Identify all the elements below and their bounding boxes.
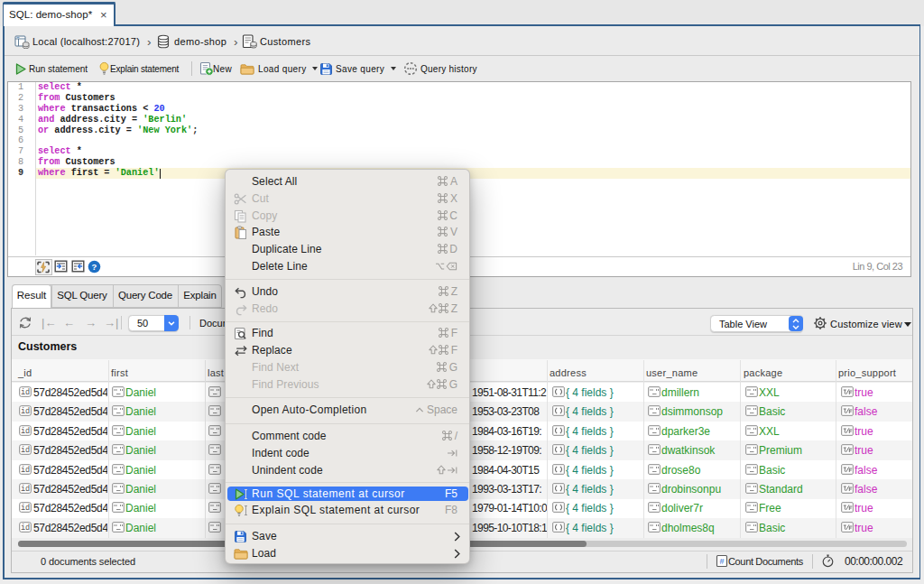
svg-text:id: id xyxy=(21,524,30,533)
svg-text:id: id xyxy=(21,427,30,436)
svg-text:id: id xyxy=(21,446,30,455)
svg-text:#: # xyxy=(719,557,724,566)
svg-text:id: id xyxy=(21,504,30,513)
svg-text:id: id xyxy=(21,466,30,475)
svg-text:id: id xyxy=(21,388,30,397)
svg-text:id: id xyxy=(21,485,30,494)
svg-text:id: id xyxy=(21,407,30,416)
svg-text:?: ? xyxy=(92,262,97,272)
